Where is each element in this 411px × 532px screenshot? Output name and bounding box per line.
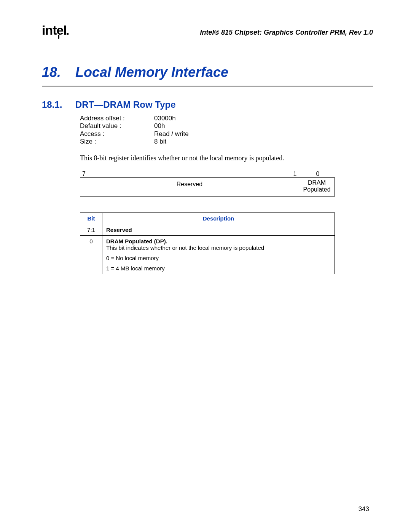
bit-description-table: Bit Description 7:1 Reserved 0 DRAM Popu… bbox=[80, 212, 335, 274]
table-row: 0 DRAM Populated (DP). This bit indicate… bbox=[80, 235, 335, 274]
intel-logo: intel. bbox=[42, 23, 69, 38]
bit-number-0: 0 bbox=[301, 171, 335, 177]
chapter-heading: 18.Local Memory Interface bbox=[42, 64, 373, 80]
bit-number-1: 1 bbox=[289, 171, 301, 177]
bitfield-reserved: Reserved bbox=[80, 178, 299, 196]
prop-label-access: Access : bbox=[80, 130, 154, 138]
prop-value-access: Read / write bbox=[154, 130, 189, 138]
prop-label-address-offset: Address offset : bbox=[80, 115, 154, 122]
page-header: intel. Intel® 815 Chipset: Graphics Cont… bbox=[42, 23, 373, 38]
register-description: This 8-bit register identifies whether o… bbox=[80, 154, 373, 162]
prop-value-default-value: 00h bbox=[154, 122, 165, 130]
prop-value-address-offset: 03000h bbox=[154, 115, 176, 122]
section-number: 18.1. bbox=[42, 99, 75, 110]
table-header-description: Description bbox=[102, 212, 335, 224]
table-cell-bit: 0 bbox=[80, 235, 102, 274]
section-heading: 18.1.DRT—DRAM Row Type bbox=[42, 99, 373, 110]
prop-value-size: 8 bit bbox=[154, 138, 166, 145]
prop-label-size: Size : bbox=[80, 138, 154, 145]
bitfield-diagram: 7 1 0 Reserved DRAM Populated bbox=[80, 171, 335, 197]
bitfield-dram-populated: DRAM Populated bbox=[299, 178, 335, 196]
chapter-rule bbox=[42, 86, 373, 86]
section-title: DRT—DRAM Row Type bbox=[75, 99, 176, 110]
bit-number-7: 7 bbox=[80, 171, 289, 177]
chapter-title: Local Memory Interface bbox=[75, 64, 228, 80]
prop-label-default-value: Default value : bbox=[80, 122, 154, 130]
chapter-number: 18. bbox=[42, 64, 75, 80]
table-row: 7:1 Reserved bbox=[80, 224, 335, 235]
table-cell-desc: Reserved bbox=[102, 224, 335, 235]
register-properties: Address offset : 03000h Default value : … bbox=[80, 115, 373, 146]
table-header-bit: Bit bbox=[80, 212, 102, 224]
table-cell-bit: 7:1 bbox=[80, 224, 102, 235]
document-title: Intel® 815 Chipset: Graphics Controller … bbox=[200, 29, 373, 37]
page-number: 343 bbox=[358, 505, 369, 513]
table-cell-desc: DRAM Populated (DP). This bit indicates … bbox=[102, 235, 335, 274]
